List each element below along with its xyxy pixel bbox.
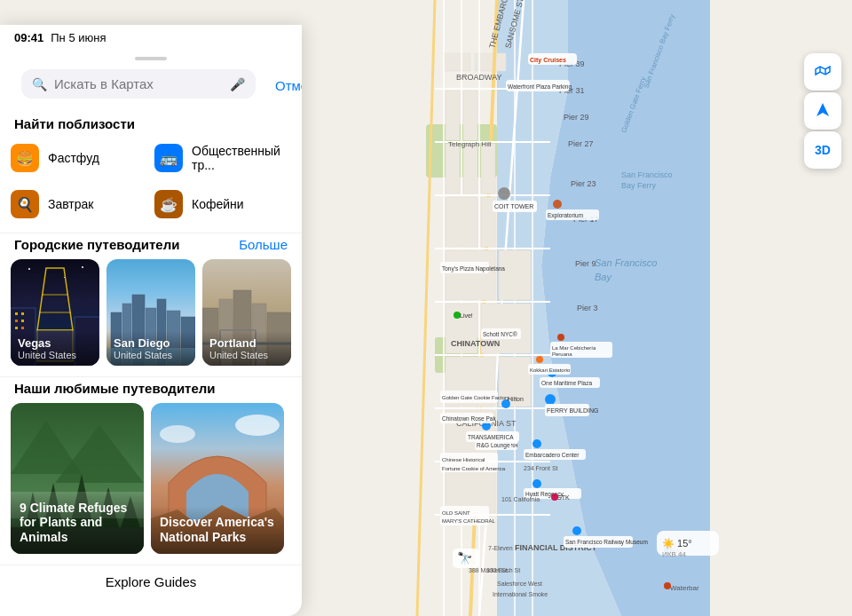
svg-text:7-Eleven: 7-Eleven: [488, 545, 513, 551]
nearby-title: Найти поблизости: [0, 113, 302, 138]
svg-text:BROADWAY: BROADWAY: [456, 73, 502, 82]
svg-point-99: [536, 356, 543, 363]
map-controls: 3D: [804, 53, 841, 169]
svg-text:☀️ 15°: ☀️ 15°: [662, 537, 692, 549]
svg-rect-24: [463, 144, 477, 193]
svg-text:San Francisco: San Francisco: [595, 257, 657, 268]
map-type-button[interactable]: [804, 53, 841, 91]
svg-text:Pier 3: Pier 3: [577, 304, 598, 312]
portland-card-country: United States: [209, 350, 284, 360]
nearby-grid: 🍔 Фастфуд 🚌 Общественный тр... 🍳 Завтрак: [0, 138, 302, 233]
svg-rect-136: [15, 312, 18, 315]
svg-text:Schott NYC®: Schott NYC®: [483, 331, 517, 337]
svg-rect-141: [21, 327, 24, 329]
location-button[interactable]: [804, 92, 841, 130]
nearby-item-transit[interactable]: 🚌 Общественный тр...: [154, 138, 291, 178]
svg-text:Embarcadero Center: Embarcadero Center: [525, 452, 580, 458]
breakfast-label: Завтрак: [48, 197, 93, 211]
svg-rect-140: [15, 327, 18, 329]
transit-icon: 🚌: [154, 144, 183, 172]
guides-more-button[interactable]: Больше: [239, 237, 288, 252]
city-card-vegas[interactable]: Vegas United States: [11, 259, 99, 366]
svg-text:Pier 29: Pier 29: [564, 113, 589, 122]
climate-card-text: 9 Climate Refuges for Plants and Animals: [11, 492, 144, 554]
svg-point-169: [160, 425, 195, 443]
cancel-button[interactable]: Отменить: [275, 78, 302, 93]
svg-text:Live!: Live!: [460, 312, 473, 319]
svg-text:Salesforce West: Salesforce West: [497, 580, 542, 587]
portland-card-name: Portland: [209, 336, 284, 350]
national-parks-card-text: Discover America's National Parks: [151, 506, 284, 554]
nearby-item-fastfood[interactable]: 🍔 Фастфуд: [11, 138, 147, 178]
svg-rect-2: [444, 53, 470, 71]
sheet-handle: [135, 57, 167, 60]
svg-text:International Smoke: International Smoke: [493, 591, 548, 597]
svg-rect-28: [446, 250, 495, 300]
svg-text:Fortune Cookie of America: Fortune Cookie of America: [442, 466, 506, 471]
svg-text:Bay Ferry: Bay Ferry: [621, 181, 657, 190]
coffee-label: Кофейни: [192, 197, 244, 211]
city-card-sandiego[interactable]: San Diego United States: [106, 259, 195, 366]
svg-text:One Maritime Plaza: One Maritime Plaza: [541, 380, 592, 386]
svg-rect-21: [446, 91, 460, 140]
sandiego-card-overlay: San Diego United States: [106, 331, 195, 366]
svg-text:San Francisco: San Francisco: [621, 170, 673, 179]
svg-text:Pier 27: Pier 27: [568, 139, 594, 148]
svg-text:Waterbar: Waterbar: [670, 584, 699, 592]
guides-header: Городские путеводители Больше: [0, 233, 302, 259]
svg-text:Golden Gate Cookie Factory: Golden Gate Cookie Factory: [442, 395, 509, 400]
sandiego-card-name: San Diego: [114, 336, 188, 350]
sandiego-card-country: United States: [114, 350, 188, 360]
search-bar[interactable]: 🔍 🎤: [21, 69, 256, 99]
fav-card-climate[interactable]: 9 Climate Refuges for Plants and Animals: [11, 403, 144, 554]
svg-text:COIT TOWER: COIT TOWER: [494, 203, 533, 209]
svg-text:TRANSAMERICA: TRANSAMERICA: [468, 434, 514, 440]
svg-text:Chinatown Rose Pak: Chinatown Rose Pak: [442, 415, 496, 422]
search-input[interactable]: [54, 76, 223, 91]
explore-label[interactable]: Explore Guides: [106, 574, 197, 589]
svg-text:ИКВ 44: ИКВ 44: [662, 550, 686, 558]
city-guides-title: Городские путеводители: [14, 237, 179, 252]
svg-text:333 Bush St: 333 Bush St: [486, 567, 520, 573]
svg-point-63: [553, 200, 562, 209]
mic-icon[interactable]: 🎤: [230, 77, 245, 91]
svg-point-54: [545, 394, 556, 405]
svg-text:Pier 23: Pier 23: [571, 179, 596, 188]
national-parks-card-title: Discover America's National Parks: [160, 515, 275, 545]
svg-text:Exploratorium: Exploratorium: [548, 212, 583, 219]
svg-rect-137: [21, 312, 24, 315]
explore-row: Explore Guides: [0, 565, 302, 598]
3d-button[interactable]: 3D: [804, 131, 841, 169]
nearby-item-coffee[interactable]: ☕ Кофейни: [154, 185, 291, 224]
nearby-item-breakfast[interactable]: 🍳 Завтрак: [11, 185, 147, 224]
svg-text:Bay: Bay: [595, 272, 612, 282]
svg-text:MARY'S CATHEDRAL: MARY'S CATHEDRAL: [442, 518, 496, 524]
svg-text:🔭: 🔭: [457, 551, 473, 566]
breakfast-icon: 🍳: [11, 190, 39, 218]
svg-text:Tony's Pizza Napoletana: Tony's Pizza Napoletana: [442, 265, 505, 272]
svg-point-71: [532, 479, 541, 488]
svg-line-5: [417, 0, 435, 616]
svg-rect-26: [446, 197, 477, 247]
svg-text:City Cruises: City Cruises: [530, 57, 566, 64]
svg-point-168: [235, 415, 280, 436]
svg-point-102: [557, 334, 564, 341]
svg-rect-139: [21, 320, 24, 322]
map-icon: [814, 62, 832, 83]
portland-card-overlay: Portland United States: [202, 331, 291, 366]
climate-card-title: 9 Climate Refuges for Plants and Animals: [20, 501, 135, 545]
transit-label: Общественный тр...: [192, 144, 291, 172]
svg-text:San Francisco Railway Museum: San Francisco Railway Museum: [565, 539, 648, 546]
svg-text:OLD SAINT: OLD SAINT: [442, 510, 470, 516]
svg-rect-138: [15, 320, 18, 322]
location-arrow-icon: [815, 102, 831, 121]
svg-text:STK: STK: [557, 494, 570, 501]
svg-text:Chinese Historical: Chinese Historical: [442, 457, 485, 462]
city-card-portland[interactable]: Portland United States: [202, 259, 291, 366]
status-time: 09:41: [14, 31, 43, 44]
scroll-container[interactable]: Найти поблизости 🍔 Фастфуд 🚌 Общественны…: [0, 113, 302, 616]
svg-rect-29: [499, 250, 531, 300]
vegas-card-overlay: Vegas United States: [11, 331, 99, 366]
vegas-card-name: Vegas: [18, 336, 92, 350]
fav-card-national-parks[interactable]: Discover America's National Parks: [151, 403, 284, 554]
